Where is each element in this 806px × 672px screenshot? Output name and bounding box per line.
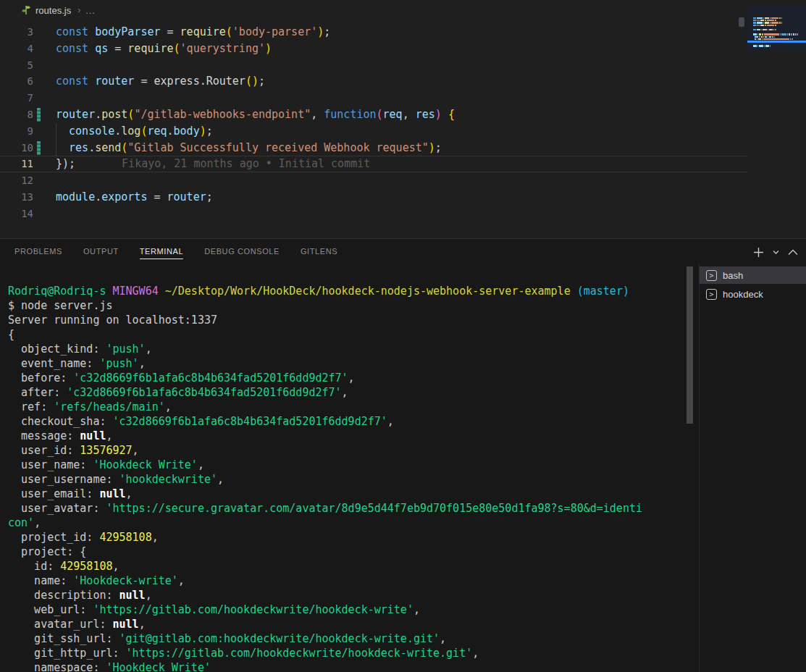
minimap-line xyxy=(753,25,776,26)
terminal-line: user_name: 'Hookdeck Write', xyxy=(8,458,685,472)
terminal-line: avatar_url: null, xyxy=(8,617,685,631)
code-line[interactable]: 10 res.send("Gitlab Successfully receive… xyxy=(0,140,747,156)
terminal-line: object_kind: 'push', xyxy=(8,342,685,356)
line-number[interactable]: 5 xyxy=(0,57,33,74)
chevron-down-icon[interactable] xyxy=(771,245,780,259)
code-text: router.post("/gitlab-webhooks-endpoint",… xyxy=(56,106,455,123)
tab-terminal[interactable]: TERMINAL xyxy=(140,240,183,262)
minimap-line xyxy=(753,29,776,30)
code-line[interactable]: 11});Fikayo, 21 months ago • Initial com… xyxy=(0,156,747,172)
chevron-up-icon[interactable] xyxy=(786,245,800,259)
line-number[interactable]: 3 xyxy=(0,24,33,41)
tab-gitlens[interactable]: GITLENS xyxy=(301,240,337,262)
terminal-line: git_ssh_url: 'git@gitlab.com:hookdeckwri… xyxy=(8,631,685,646)
code-line[interactable]: 3const bodyParser = require('body-parser… xyxy=(0,24,747,41)
terminal-line: checkout_sha: 'c32d8669f6b1afa6c8b4b634f… xyxy=(8,414,685,429)
editor-scrollbar-thumb[interactable] xyxy=(739,17,744,27)
line-number[interactable]: 4 xyxy=(0,41,33,57)
terminal-line: id: 42958108, xyxy=(8,559,685,574)
terminal-list-separator xyxy=(699,264,700,672)
code-text: const qs = require('querystring') xyxy=(56,41,272,57)
code-line[interactable]: 12 xyxy=(0,172,747,189)
line-number[interactable]: 12 xyxy=(0,172,33,189)
terminal-output[interactable]: Rodriq@Rodriq-s MINGW64 ~/Desktop/Work/H… xyxy=(8,284,685,672)
code-line[interactable]: 4const qs = require('querystring') xyxy=(0,41,747,57)
minimap-line xyxy=(753,20,776,21)
terminal-line: user_avatar: 'https://secure.gravatar.co… xyxy=(8,501,685,516)
bottom-panel: PROBLEMS OUTPUT TERMINAL DEBUG CONSOLE G… xyxy=(0,239,806,672)
minimap-line xyxy=(753,33,798,35)
terminal-line: after: 'c32d8669f6b1afa6c8b4b634fad5201f… xyxy=(8,385,685,400)
tab-output[interactable]: OUTPUT xyxy=(83,240,119,262)
terminal-line: { xyxy=(8,327,685,342)
code-text: console.log(req.body); xyxy=(56,123,213,140)
breadcrumb[interactable]: routes.js › ... xyxy=(0,0,806,20)
terminal-line: description: null, xyxy=(8,588,685,602)
code-text: module.exports = router; xyxy=(56,189,213,206)
code-line[interactable]: 9 console.log(req.body); xyxy=(0,123,747,140)
code-text: const router = express.Router(); xyxy=(56,73,265,90)
terminal-icon: > xyxy=(706,270,717,281)
terminal-line: namespace: 'Hookdeck Write' xyxy=(8,660,685,672)
terminal-line: project_id: 42958108, xyxy=(8,530,685,545)
terminal-tab-label: hookdeck xyxy=(723,289,763,300)
terminal-line: user_id: 13576927, xyxy=(8,443,685,458)
line-number[interactable]: 6 xyxy=(0,73,33,90)
git-added-gutter-icon[interactable] xyxy=(37,141,41,155)
code-editor[interactable]: 3const bodyParser = require('body-parser… xyxy=(0,20,806,238)
code-text: });Fikayo, 21 months ago • Initial commi… xyxy=(56,156,370,172)
line-number[interactable]: 11 xyxy=(0,156,33,172)
panel-tab-bar: PROBLEMS OUTPUT TERMINAL DEBUG CONSOLE G… xyxy=(14,239,337,264)
routes-file-icon xyxy=(21,5,31,15)
terminal-line: user_email: null, xyxy=(8,487,685,501)
minimap-line xyxy=(755,38,793,40)
code-lines: 3const bodyParser = require('body-parser… xyxy=(0,24,747,222)
terminal-line: con', xyxy=(8,516,685,530)
code-line[interactable]: 8router.post("/gitlab-webhooks-endpoint"… xyxy=(0,106,747,123)
minimap-line xyxy=(753,22,782,23)
minimap-line xyxy=(753,45,771,46)
line-number[interactable]: 10 xyxy=(0,140,33,156)
terminal-line: event_name: 'push', xyxy=(8,356,685,371)
terminal-tab-bash[interactable]: > bash xyxy=(700,266,806,284)
terminal-line: $ node server.js xyxy=(8,298,685,313)
terminal-icon: > xyxy=(706,289,717,300)
code-text: const bodyParser = require('body-parser'… xyxy=(56,24,330,41)
terminal-line: ref: 'refs/heads/main', xyxy=(8,400,685,414)
line-number[interactable]: 7 xyxy=(0,90,33,106)
minimap-line xyxy=(753,17,782,19)
minimap[interactable] xyxy=(747,0,806,217)
code-line[interactable]: 13module.exports = router; xyxy=(0,189,747,206)
code-line[interactable]: 6const router = express.Router(); xyxy=(0,73,747,90)
code-text: res.send("Gitlab Successfully received W… xyxy=(56,140,442,156)
terminal-line: user_username: 'hookdeckwrite', xyxy=(8,472,685,487)
plus-icon[interactable] xyxy=(751,245,765,259)
git-added-gutter-icon[interactable] xyxy=(37,108,41,122)
terminal-line: project: { xyxy=(8,545,685,559)
breadcrumb-symbol-more[interactable]: ... xyxy=(85,5,96,16)
breadcrumb-file[interactable]: routes.js xyxy=(35,5,71,16)
minimap-current-line-highlight xyxy=(747,41,806,43)
terminal-line: Server running on localhost:1337 xyxy=(8,313,685,327)
terminal-scrollbar-thumb[interactable] xyxy=(687,266,693,424)
terminal-line: name: 'Hookdeck-write', xyxy=(8,574,685,588)
panel-actions xyxy=(751,245,800,259)
code-line[interactable]: 7 xyxy=(0,90,747,106)
terminal-line: web_url: 'https://gitlab.com/hookdeckwri… xyxy=(8,602,685,617)
vscode-window: routes.js › ... 3const bodyParser = requ… xyxy=(0,0,806,672)
gitlens-blame-annotation: Fikayo, 21 months ago • Initial commit xyxy=(122,157,370,170)
tab-problems[interactable]: PROBLEMS xyxy=(14,240,62,262)
minimap-line xyxy=(755,36,776,38)
tab-debug-console[interactable]: DEBUG CONSOLE xyxy=(204,240,280,262)
line-number[interactable]: 14 xyxy=(0,206,33,222)
code-line[interactable]: 5 xyxy=(0,57,747,74)
line-number[interactable]: 9 xyxy=(0,123,33,140)
terminal-line: Rodriq@Rodriq-s MINGW64 ~/Desktop/Work/H… xyxy=(8,284,685,298)
terminal-tab-hookdeck[interactable]: > hookdeck xyxy=(700,285,806,303)
line-number[interactable]: 8 xyxy=(0,106,33,123)
terminal-tab-label: bash xyxy=(723,270,743,281)
code-line[interactable]: 14 xyxy=(0,206,747,222)
breadcrumb-separator: › xyxy=(77,5,80,15)
line-number[interactable]: 13 xyxy=(0,189,33,206)
terminal-line: before: 'c32d8669f6b1afa6c8b4b634fad5201… xyxy=(8,371,685,385)
